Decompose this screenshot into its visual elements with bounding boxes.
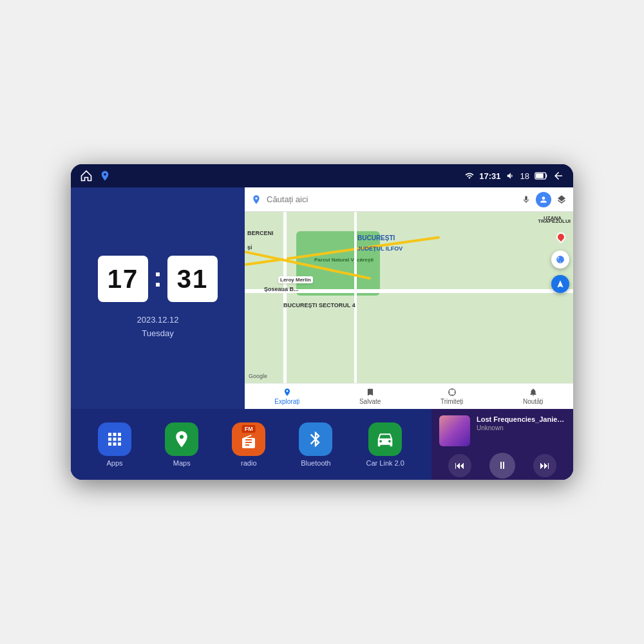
main-content: 17 : 31 2023.12.12 Tuesday [71,187,573,409]
device-frame: 17:31 18 [71,164,573,480]
carlink-label: Car Link 2.0 [366,459,404,467]
apps-panel: Apps Maps FM [71,409,431,480]
maps-status-icon[interactable] [99,170,111,182]
apps-label: Apps [107,459,123,467]
map-tab-noutati-label: Noutăți [523,398,544,405]
play-pause-button[interactable]: ⏸ [489,453,515,478]
bottom-section: Apps Maps FM [71,409,573,480]
label-judet: JUDEȚUL ILFOV [357,245,402,252]
time-display: 17:31 [479,171,500,181]
signal-icon [465,171,474,180]
google-label: Google [249,373,267,379]
map-pin-marker [554,231,567,243]
status-left [80,169,111,182]
screen: 17:31 18 [71,164,573,480]
day-value: Tuesday [137,327,178,341]
road-v1 [283,212,287,383]
carlink-app-icon [368,422,402,456]
music-artist: Unknown [477,424,565,431]
date-value: 2023.12.12 [137,314,178,327]
maps-label: Maps [173,459,191,467]
park-label: Parcul Natural Văcărești [314,257,374,263]
app-item-bluetooth[interactable]: Bluetooth [299,422,332,467]
user-avatar[interactable] [536,192,551,207]
label-berceni: BERCENI [247,230,274,236]
svg-rect-1 [546,175,547,178]
label-uzana: UZANA [544,215,562,221]
app-item-maps[interactable]: Maps [165,422,198,467]
road-v2 [354,212,357,383]
radio-app-icon: FM [232,422,265,456]
music-panel: Lost Frequencies_Janieck Devy-... Unknow… [431,409,573,480]
maps-app-icon [165,422,198,456]
map-tab-noutati[interactable]: Noutăți [523,388,544,405]
map-tab-explorați-label: Explorați [274,398,299,405]
status-right: 17:31 18 [465,170,564,182]
back-icon[interactable] [553,170,564,182]
volume-icon [506,171,515,180]
map-tab-salvate[interactable]: Salvate [359,388,381,405]
map-tab-trimiteti-label: Trimiteți [440,398,463,405]
map-search-bar [245,187,573,212]
prev-button[interactable]: ⏮ [448,454,471,477]
maps-logo-icon [251,194,261,205]
album-art [439,415,470,446]
app-item-carlink[interactable]: Car Link 2.0 [366,422,404,467]
navigate-button[interactable] [551,275,569,293]
music-title: Lost Frequencies_Janieck Devy-... [477,415,565,423]
app-item-radio[interactable]: FM radio [232,422,265,467]
label-soseaua: Șoseaua B... [264,286,299,292]
status-bar: 17:31 18 [71,164,573,187]
battery-icon [535,171,547,180]
radio-label: radio [241,459,256,467]
music-controls: ⏮ ⏸ ⏭ [439,453,565,478]
map-tab-trimiteti[interactable]: Trimiteți [440,388,463,405]
clock-colon: : [153,262,162,293]
clock-panel: 17 : 31 2023.12.12 Tuesday [71,187,245,409]
clock-minutes: 31 [167,256,218,302]
app-item-apps[interactable]: Apps [98,422,131,467]
apps-app-icon [98,422,131,456]
label-si: și [247,244,252,251]
map-search-input[interactable] [267,194,516,204]
date-display: 2023.12.12 Tuesday [137,314,178,341]
bluetooth-label: Bluetooth [301,459,330,467]
map-background: Parcul Natural Văcărești BERCENI BUCUREȘ… [245,212,573,383]
layers-icon[interactable] [556,194,567,205]
map-bottom-bar: Explorați Salvate Trimiteți Noutăți [245,383,573,409]
mic-icon[interactable] [522,195,531,204]
bluetooth-app-icon [299,422,332,456]
label-bucuresti: BUCUREȘTI [357,234,395,242]
map-tab-explorați[interactable]: Explorați [274,388,299,405]
clock-display: 17 : 31 [98,256,218,302]
music-text: Lost Frequencies_Janieck Devy-... Unknow… [477,415,565,431]
next-button[interactable]: ⏭ [533,454,556,477]
map-tab-salvate-label: Salvate [359,398,381,405]
map-panel[interactable]: Parcul Natural Văcărești BERCENI BUCUREȘ… [245,187,573,409]
album-art-inner [439,415,470,446]
clock-hours: 17 [98,256,148,302]
home-icon[interactable] [80,169,93,182]
label-sector4: BUCUREȘTI SECTORUL 4 [283,302,355,308]
compass-button[interactable] [551,251,569,269]
label-leroy: Leroy Merlin [278,276,313,283]
battery-value: 18 [520,171,529,181]
music-info: Lost Frequencies_Janieck Devy-... Unknow… [439,415,565,446]
svg-rect-2 [536,173,544,178]
map-area[interactable]: Parcul Natural Văcărești BERCENI BUCUREȘ… [245,212,573,383]
